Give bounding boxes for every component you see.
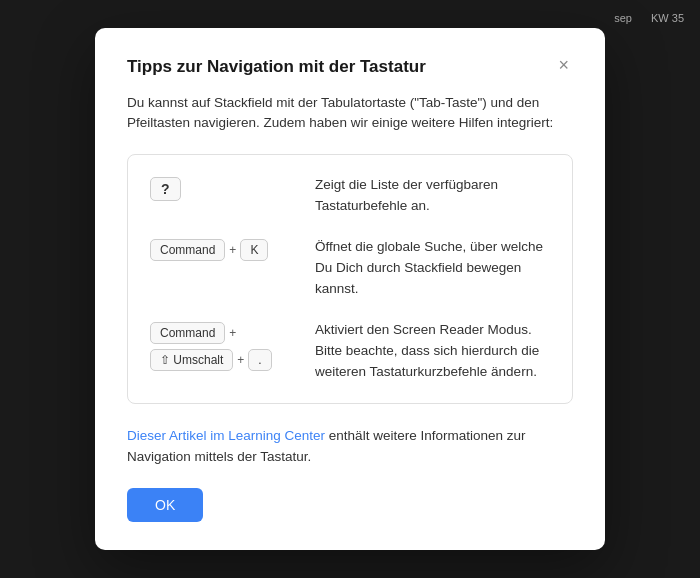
shortcut-keys-question: ? [150,175,315,201]
learning-center-link[interactable]: Dieser Artikel im Learning Center [127,428,325,443]
key-command-reader: Command [150,322,225,344]
bg-label-kw: KW 35 [643,8,692,26]
close-button[interactable]: × [554,54,573,76]
key-command-search: Command [150,239,225,261]
dialog-header: Tipps zur Navigation mit der Tastatur × [127,56,573,78]
intro-text: Du kannst auf Stackfield mit der Tabulat… [127,93,573,135]
key-line-shift: ⇧ Umschalt + . [150,349,272,371]
plus-search: + [229,243,236,257]
link-section: Dieser Artikel im Learning Center enthäl… [127,426,573,468]
plus-reader-1: + [229,326,236,340]
key-line-command: Command + [150,322,272,344]
dialog-title: Tipps zur Navigation mit der Tastatur [127,56,426,78]
key-k: K [240,239,268,261]
shortcut-keys-reader: Command + ⇧ Umschalt + . [150,320,315,371]
key-dot: . [248,349,271,371]
multi-key-group: Command + ⇧ Umschalt + . [150,322,272,371]
shortcut-row-reader: Command + ⇧ Umschalt + . Aktiviert den S… [150,320,550,383]
shortcuts-box: ? Zeigt die Liste der verfügbaren Tastat… [127,154,573,403]
shortcut-keys-search: Command + K [150,237,315,261]
shortcut-desc-question: Zeigt die Liste der verfügbaren Tastatur… [315,175,550,217]
shortcut-desc-search: Öffnet die globale Suche, über welche Du… [315,237,550,300]
shortcut-row-search: Command + K Öffnet die globale Suche, üb… [150,237,550,300]
bg-label-sep: sep [606,8,640,26]
shortcut-row-question: ? Zeigt die Liste der verfügbaren Tastat… [150,175,550,217]
shortcut-desc-reader: Aktiviert den Screen Reader Modus. Bitte… [315,320,550,383]
key-shift: ⇧ Umschalt [150,349,233,371]
plus-reader-2: + [237,353,244,367]
keyboard-tips-dialog: Tipps zur Navigation mit der Tastatur × … [95,28,605,549]
key-question: ? [150,177,181,201]
ok-button[interactable]: OK [127,488,203,522]
